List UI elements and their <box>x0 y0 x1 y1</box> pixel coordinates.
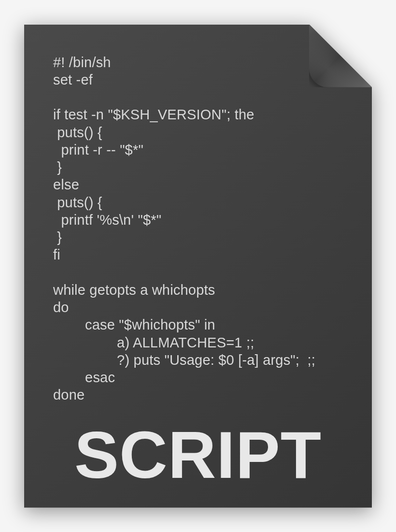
page-body: #! /bin/sh set -ef if test -n "$KSH_VERS… <box>24 25 372 508</box>
page-fold-corner <box>309 25 372 87</box>
file-type-label: SCRIPT <box>24 417 372 493</box>
script-code-content: #! /bin/sh set -ef if test -n "$KSH_VERS… <box>53 54 348 404</box>
script-file-icon: #! /bin/sh set -ef if test -n "$KSH_VERS… <box>24 25 372 508</box>
